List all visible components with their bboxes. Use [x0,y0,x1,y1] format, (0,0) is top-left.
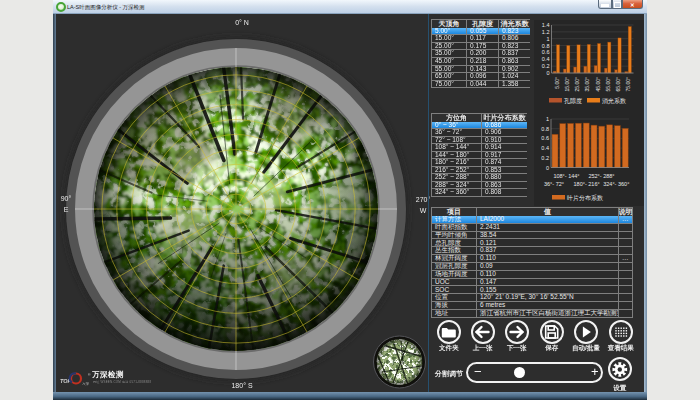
svg-text:0.6: 0.6 [541,135,549,141]
svg-text:45.00°: 45.00° [595,77,601,92]
svg-text:0.2: 0.2 [541,155,549,161]
svg-text:75.00°: 75.00° [625,77,631,92]
svg-text:0.2: 0.2 [542,63,550,69]
svg-text:1: 1 [546,36,549,42]
svg-text:0.8: 0.8 [542,43,550,49]
svg-text:36°- 72°: 36°- 72° [544,181,564,187]
svg-text:0.8: 0.8 [541,126,549,132]
svg-text:324°- 360°: 324°- 360° [603,181,629,187]
svg-text:90°: 90° [61,195,72,202]
svg-text:E: E [64,206,69,213]
svg-text:叶片分布系数: 叶片分布系数 [567,194,603,202]
svg-text:W: W [420,207,427,214]
svg-text:25.00°: 25.00° [574,77,580,92]
svg-text:孔隙度: 孔隙度 [564,97,582,105]
svg-text:0° N: 0° N [235,19,249,26]
svg-text:108°- 144°: 108°- 144° [553,173,579,179]
svg-text:35.00°: 35.00° [584,77,590,92]
svg-text:65.00°: 65.00° [615,77,621,92]
svg-text:万深: 万深 [82,382,90,386]
svg-text:0.4: 0.4 [541,145,549,151]
svg-text:15.00°: 15.00° [564,77,570,92]
svg-text:180°- 216°: 180°- 216° [574,181,600,187]
svg-text:消光系数: 消光系数 [602,97,626,105]
svg-text:0.6: 0.6 [542,49,550,55]
svg-text:1.4: 1.4 [542,22,550,28]
svg-text:0: 0 [546,165,549,171]
svg-text:252°- 288°: 252°- 288° [588,173,614,179]
svg-text:1.2: 1.2 [542,29,550,35]
svg-text:®: ® [88,373,91,377]
svg-text:180° S: 180° S [231,382,252,389]
svg-text:55.00°: 55.00° [605,77,611,92]
svg-text:5.00°: 5.00° [554,77,560,89]
svg-text:0.4: 0.4 [542,56,550,62]
svg-text:0: 0 [546,70,549,76]
svg-text:1: 1 [546,116,549,122]
